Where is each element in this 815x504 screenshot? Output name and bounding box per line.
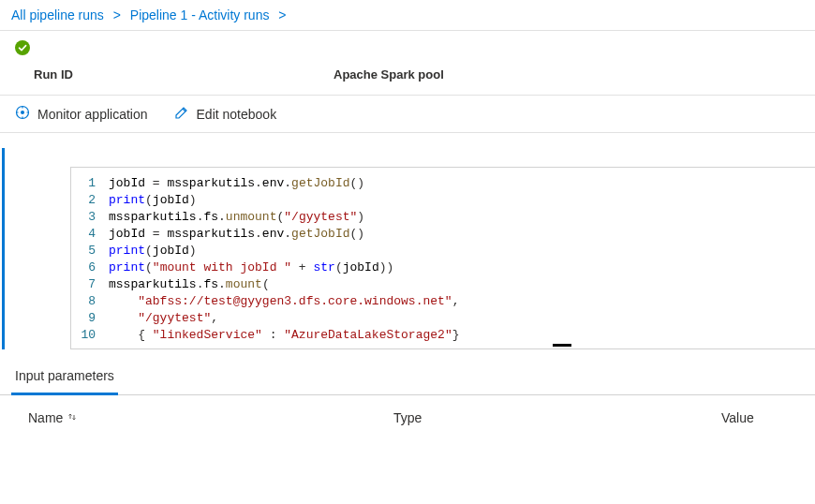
breadcrumb-separator: > (113, 7, 121, 22)
code-editor[interactable]: 1jobId = mssparkutils.env.getJobId() 2pr… (70, 167, 815, 349)
edit-notebook-button[interactable]: Edit notebook (174, 105, 277, 123)
params-table-header: Name Type Value (0, 395, 815, 433)
edit-icon (174, 105, 189, 123)
col-name[interactable]: Name (28, 410, 393, 425)
col-name-label: Name (28, 410, 63, 425)
monitor-application-button[interactable]: Monitor application (15, 105, 148, 123)
run-id-label: Run ID (34, 67, 333, 82)
col-type[interactable]: Type (393, 410, 721, 425)
svg-point-2 (21, 111, 24, 114)
tab-input-parameters[interactable]: Input parameters (11, 359, 118, 395)
breadcrumb-pipeline-activity[interactable]: Pipeline 1 - Activity runs (130, 7, 270, 22)
run-info: Run ID Apache Spark pool (0, 62, 815, 95)
notebook-cell: 1jobId = mssparkutils.env.getJobId() 2pr… (2, 148, 815, 349)
monitor-icon (15, 105, 30, 123)
spark-pool-label: Apache Spark pool (333, 67, 444, 82)
toolbar: Monitor application Edit notebook (0, 95, 815, 133)
breadcrumb-separator: > (278, 7, 286, 22)
detail-tabs: Input parameters (0, 359, 815, 395)
breadcrumb: All pipeline runs > Pipeline 1 - Activit… (0, 0, 815, 31)
success-icon (15, 44, 30, 58)
sort-icon (67, 410, 78, 425)
status-row (0, 31, 815, 62)
col-value[interactable]: Value (721, 410, 796, 425)
svg-point-0 (15, 40, 30, 55)
edit-notebook-label: Edit notebook (197, 107, 277, 122)
breadcrumb-all-runs[interactable]: All pipeline runs (11, 7, 104, 22)
monitor-application-label: Monitor application (37, 107, 148, 122)
